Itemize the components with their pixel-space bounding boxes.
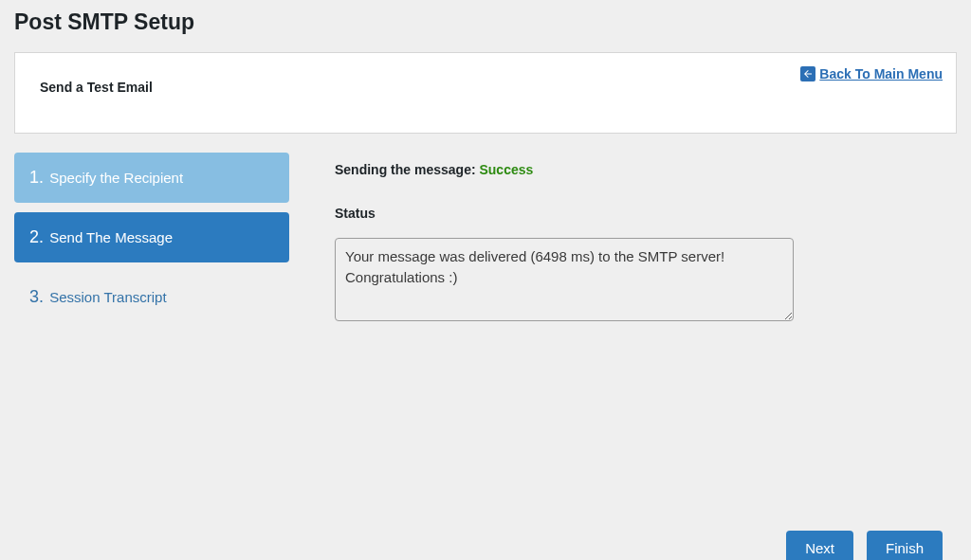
status-textarea[interactable]: Your message was delivered (6498 ms) to … [335,238,794,321]
wizard-footer-buttons: Next Finish [786,531,943,560]
back-to-main-menu-link[interactable]: Back To Main Menu [800,66,943,81]
finish-button[interactable]: Finish [867,531,943,560]
step-specify-recipient[interactable]: 1. Specify the Recipient [14,153,289,203]
wizard-steps: 1. Specify the Recipient 2. Send The Mes… [14,153,289,322]
send-test-email-box: Back To Main Menu Send a Test Email [14,52,957,134]
step-send-the-message[interactable]: 2. Send The Message [14,212,289,262]
step-label: Send The Message [49,229,173,245]
step-number: 1. [29,168,44,187]
box-heading: Send a Test Email [40,80,937,95]
next-button[interactable]: Next [786,531,853,560]
back-to-main-menu-label: Back To Main Menu [819,66,943,81]
back-arrow-icon [800,66,815,81]
status-label: Status [335,206,944,221]
step-number: 3. [29,287,44,306]
step-session-transcript[interactable]: 3. Session Transcript [14,272,289,322]
step-label: Session Transcript [49,289,166,305]
page-title: Post SMTP Setup [14,9,957,35]
status-prefix: Sending the message: [335,162,476,177]
step-number: 2. [29,227,44,246]
step-label: Specify the Recipient [49,170,183,186]
message-status-panel: Sending the message: Success Status Your… [321,153,957,477]
sending-status-line: Sending the message: Success [335,162,944,177]
status-value: Success [479,162,533,177]
